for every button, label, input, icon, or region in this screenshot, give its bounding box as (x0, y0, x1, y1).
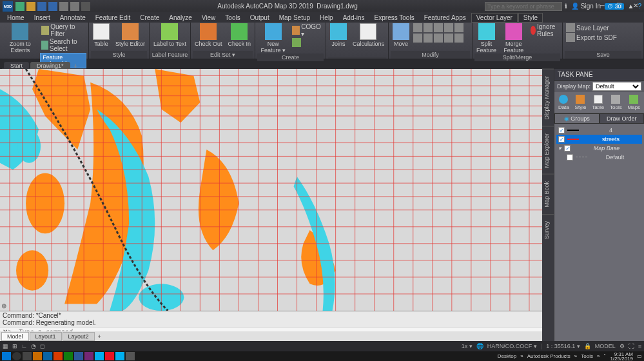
checkbox-icon[interactable]: ✓ (564, 145, 571, 151)
menu-featured-apps[interactable]: Featured Apps (420, 14, 471, 22)
menu-map-setup[interactable]: Map Setup (275, 14, 315, 22)
sb-grid-icon[interactable]: ▦ (3, 343, 8, 349)
save-layer-button[interactable]: Save Layer (565, 23, 618, 32)
tb-desktop-toolbar[interactable]: Desktop (498, 353, 516, 359)
label-to-text-button[interactable]: Label to Text (151, 23, 188, 47)
tb-app-5[interactable] (74, 352, 83, 360)
export-sdf-button[interactable]: Export to SDF (565, 33, 618, 42)
display-map-select[interactable]: Default (592, 82, 641, 91)
new-icon[interactable] (15, 2, 24, 11)
tp-maps-button[interactable]: Maps (628, 95, 641, 110)
tab-layout1[interactable]: Layout1 (30, 332, 62, 341)
menu-express[interactable]: Express Tools (370, 14, 419, 22)
sb-polar-icon[interactable]: ◔ (31, 343, 36, 349)
tb-app-8[interactable] (105, 352, 114, 360)
sb-anno-scale[interactable]: 1x ▾ (462, 343, 473, 349)
modify-tool-7[interactable] (424, 34, 433, 43)
modify-tool-9[interactable] (444, 34, 453, 43)
split-feature-button[interactable]: Split Feature (474, 23, 498, 54)
modify-tool-10[interactable] (454, 34, 463, 43)
save-icon[interactable] (37, 2, 46, 11)
help-search-input[interactable] (485, 2, 562, 11)
sb-coord-system[interactable]: HARN/CO.COCF ▾ (487, 343, 537, 349)
tp-data-button[interactable]: Data (558, 95, 569, 110)
cortana-icon[interactable] (12, 352, 21, 360)
modify-tool-6[interactable] (413, 34, 422, 43)
add-layout-button[interactable]: + (95, 333, 104, 340)
tray-up-icon[interactable]: ˄ (603, 353, 606, 359)
check-out-button[interactable]: Check Out (193, 23, 224, 47)
sb-model-toggle[interactable]: MODEL (595, 343, 616, 349)
start-button[interactable] (2, 352, 11, 360)
close-button[interactable]: ✕ (627, 0, 644, 11)
menu-create[interactable]: Create (135, 14, 164, 22)
checkbox-icon[interactable] (567, 154, 573, 161)
table-button[interactable]: Table (91, 23, 112, 47)
create-tool-2[interactable] (291, 38, 324, 47)
minimize-button[interactable]: ─ (594, 0, 610, 11)
tab-layout2[interactable]: Layout2 (63, 332, 95, 341)
expander-icon[interactable]: ▾ (558, 145, 561, 151)
sb-osnap-icon[interactable]: ◻ (40, 343, 44, 349)
style-editor-button[interactable]: Style Editor (113, 23, 147, 47)
menu-insert[interactable]: Insert (30, 14, 55, 22)
new-feature-button[interactable]: New Feature ▾ (257, 23, 289, 54)
joins-button[interactable]: Joins (328, 23, 349, 47)
sb-lock-icon[interactable]: 🔒 (584, 343, 591, 349)
search-to-select-button[interactable]: Search to Select (40, 38, 86, 52)
tp-style-button[interactable]: Style (575, 95, 587, 110)
sb-globe-icon[interactable]: 🌐 (476, 343, 483, 349)
modify-tool-8[interactable] (434, 34, 443, 43)
undo-icon[interactable] (59, 2, 68, 11)
sb-scale[interactable]: 1 : 35516.1 ▾ (546, 343, 580, 349)
tb-autodesk-toolbar[interactable]: Autodesk Products (527, 353, 571, 359)
tb-app-2[interactable] (43, 352, 52, 360)
menu-output[interactable]: Output (246, 14, 274, 22)
modify-tool-1[interactable] (413, 23, 422, 32)
submenu-style[interactable]: Style (518, 13, 543, 23)
layer-default[interactable]: Default (556, 153, 642, 162)
checkbox-icon[interactable]: ✓ (558, 127, 565, 133)
cogo-dropdown[interactable]: COGO ▾ (291, 23, 324, 37)
modify-tool-2[interactable] (424, 23, 433, 32)
tb-app-7[interactable] (95, 352, 104, 360)
layer-4[interactable]: ✓4 (556, 126, 642, 135)
sb-customize-icon[interactable]: ≡ (638, 343, 641, 349)
menu-annotate[interactable]: Annotate (55, 14, 90, 22)
tp-tools-button[interactable]: Tools (610, 95, 622, 110)
saveas-icon[interactable] (48, 2, 57, 11)
maximize-button[interactable]: ☐ (610, 0, 627, 11)
open-icon[interactable] (26, 2, 35, 11)
modify-tool-3[interactable] (434, 23, 443, 32)
app-logo[interactable]: M3D (3, 1, 13, 12)
modify-tool-4[interactable] (444, 23, 453, 32)
redo-icon[interactable] (70, 2, 79, 11)
menu-view[interactable]: View (197, 14, 220, 22)
menu-analyze[interactable]: Analyze (164, 14, 197, 22)
calculations-button[interactable]: Calculations (351, 23, 386, 47)
side-tab-map-book[interactable]: Map Book (542, 174, 554, 214)
tb-tools-toolbar[interactable]: Tools (581, 353, 593, 359)
merge-feature-button[interactable]: Merge Feature (500, 23, 527, 54)
tb-app-9[interactable] (115, 352, 124, 360)
tab-model[interactable]: Model (1, 332, 29, 341)
tb-app-6[interactable] (84, 352, 93, 360)
task-view-icon[interactable] (23, 352, 32, 360)
sb-snap-icon[interactable]: ⊞ (12, 343, 17, 349)
menu-feature-edit[interactable]: Feature Edit (91, 14, 135, 22)
sb-gear-icon[interactable]: ⚙ (620, 343, 625, 349)
side-tab-map-explorer[interactable]: Map Explorer (542, 126, 554, 175)
menu-tools[interactable]: Tools (220, 14, 244, 22)
plot-icon[interactable] (81, 2, 90, 11)
notifications-icon[interactable]: ▭ (637, 353, 642, 359)
side-tab-display-manager[interactable]: Display Manager (542, 69, 554, 126)
layer-map-base[interactable]: ▾✓Map Base (556, 144, 642, 153)
submenu-vector-layer[interactable]: Vector Layer (471, 13, 518, 23)
sb-max-icon[interactable]: ⛶ (629, 343, 634, 349)
info-icon[interactable]: ℹ (565, 3, 567, 10)
layer-streets[interactable]: ✓streets (556, 135, 642, 144)
menu-home[interactable]: Home (3, 14, 29, 22)
side-tab-survey[interactable]: Survey (542, 214, 554, 246)
query-to-filter-button[interactable]: Query to Filter (40, 23, 86, 37)
modify-tool-5[interactable] (454, 23, 463, 32)
